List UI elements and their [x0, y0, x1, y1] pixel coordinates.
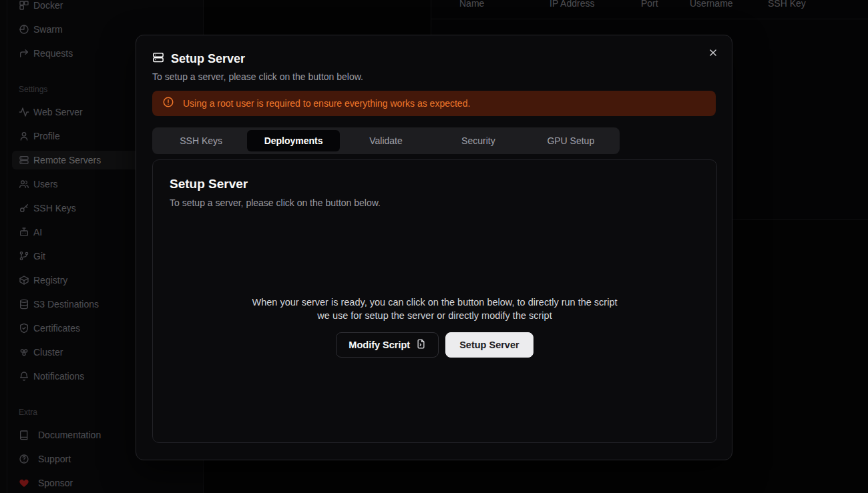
modify-script-label: Modify Script: [349, 340, 410, 350]
tab-deployments[interactable]: Deployments: [247, 130, 339, 151]
tab-gpu-setup[interactable]: GPU Setup: [525, 130, 617, 151]
alert-circle-icon: [162, 96, 174, 111]
setup-server-button[interactable]: Setup Server: [445, 332, 533, 358]
modify-script-button[interactable]: Modify Script: [336, 332, 439, 358]
tab-validate[interactable]: Validate: [340, 130, 432, 151]
panel-subtitle: To setup a server, please click on the b…: [170, 197, 700, 208]
deployments-panel: Setup Server To setup a server, please c…: [152, 159, 717, 443]
server-icon: [152, 51, 164, 66]
panel-title: Setup Server: [170, 177, 700, 191]
close-icon[interactable]: [706, 46, 720, 59]
tab-security[interactable]: Security: [432, 130, 524, 151]
warning-text: Using a root user is required to ensure …: [183, 98, 470, 109]
file-code-icon: [416, 339, 426, 351]
description-line-2: we use for setup the server or directly …: [153, 309, 716, 322]
description-line-1: When your server is ready, you can click…: [153, 296, 716, 309]
panel-description: When your server is ready, you can click…: [153, 296, 716, 322]
panel-actions: Modify Script Setup Server: [153, 332, 716, 358]
modal-subtitle: To setup a server, please click on the b…: [152, 71, 716, 82]
setup-tabs: SSH Keys Deployments Validate Security G…: [152, 127, 620, 154]
root-user-warning: Using a root user is required to ensure …: [152, 91, 716, 116]
setup-server-label: Setup Server: [459, 340, 519, 350]
tab-ssh-keys[interactable]: SSH Keys: [155, 130, 247, 151]
setup-server-modal: Setup Server To setup a server, please c…: [136, 35, 732, 460]
modal-title: Setup Server: [171, 52, 245, 66]
modal-header: Setup Server: [152, 51, 716, 66]
